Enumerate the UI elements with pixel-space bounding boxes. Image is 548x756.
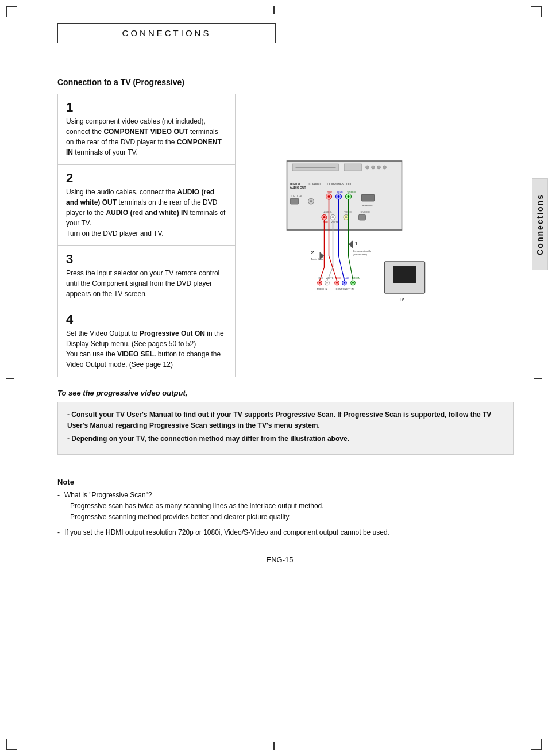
svg-marker-42 [349,240,353,248]
side-tab: Connections [532,178,548,270]
svg-text:COMPONENT OUT: COMPONENT OUT [327,182,353,186]
step-3-number: 3 [66,253,227,266]
svg-text:HDMIOUT: HDMIOUT [362,204,373,207]
page-container: Connections CoNNECTIONS Connection to a … [0,0,548,756]
caution-line-1: - Consult your TV User's Manual to find … [67,409,504,431]
center-mark-right [534,378,542,379]
svg-rect-52 [393,266,416,283]
svg-point-60 [319,282,321,283]
svg-text:GREEN: GREEN [352,277,360,279]
step-3: 3 Press the input selector on your TV re… [58,246,235,306]
svg-point-4 [366,166,369,169]
title-box: CoNNECTIONS [57,23,276,43]
step-2: 2 Using the audio cables, connect the AU… [58,165,235,246]
svg-point-66 [344,282,345,283]
progressive-heading: To see the progressive video output, [57,389,514,397]
svg-text:GREEN: GREEN [348,190,356,193]
svg-text:-AUDIO-: -AUDIO- [323,210,333,213]
connection-diagram: DIGITAL AUDIO OUT COAXIAL COMPONENT OUT … [250,155,508,316]
center-mark-top [273,6,275,14]
step-4-number: 4 [66,313,227,326]
svg-point-5 [372,166,375,169]
corner-mark-bl [6,739,17,750]
caution-line-2: - Depending on your TV, the connection m… [67,433,504,444]
step-1-text: Using component video cables (not includ… [66,116,227,158]
section-heading: Connection to a TV (Progressive) [57,78,514,87]
svg-point-24 [348,195,350,198]
center-mark-bottom [273,742,275,750]
corner-mark-tl [6,6,17,17]
svg-point-6 [377,166,381,169]
svg-text:WHITE: WHITE [326,277,334,279]
svg-text:S-VIDEO: S-VIDEO [361,210,370,213]
caution-box: - Consult your TV User's Manual to find … [57,402,514,455]
svg-point-64 [336,282,338,283]
svg-rect-38 [359,214,366,220]
svg-text:1: 1 [355,241,358,247]
svg-point-37 [345,216,348,218]
note-list: What is "Progressive Scan"? Progressive … [57,490,514,539]
svg-text:VIDEO: VIDEO [345,210,352,213]
svg-rect-13 [291,198,299,204]
corner-mark-tr [531,6,542,17]
step-4: 4 Set the Video Output to Progressive Ou… [58,306,235,377]
svg-text:(not included): (not included) [353,253,368,256]
svg-text:BLUE: BLUE [337,190,344,193]
svg-point-22 [338,195,340,198]
step-2-text: Using the audio cables, connect the AUDI… [66,187,227,239]
svg-text:Component cable: Component cable [353,250,372,252]
page-number: ENG-15 [46,555,514,564]
svg-text:TV: TV [399,297,404,301]
svg-text:WHITE: WHITE [331,221,339,224]
steps-column: 1 Using component video cables (not incl… [57,94,236,377]
svg-text:Audio Cable: Audio Cable [311,258,325,260]
note-section: Note What is "Progressive Scan"? Progres… [57,478,514,539]
step-1-number: 1 [66,101,227,114]
svg-rect-3 [296,167,336,168]
svg-point-31 [323,216,326,218]
progressive-section: To see the progressive video output, - C… [57,389,514,455]
note-item-1: What is "Progressive Scan"? Progressive … [57,490,514,523]
step-2-number: 2 [66,172,227,185]
svg-text:2: 2 [311,250,314,255]
svg-point-20 [328,195,330,198]
step-4-text: Set the Video Output to Progressive Out … [66,328,227,370]
step-1: 1 Using component video cables (not incl… [58,94,235,165]
step-3-text: Press the input selector on your TV remo… [66,268,227,299]
svg-text:RED: RED [327,190,333,193]
svg-text:COMPONENT IN: COMPONENT IN [336,287,354,290]
svg-point-62 [326,282,328,283]
page-title: CoNNECTIONS [70,28,264,38]
svg-text:COAXIAL: COAXIAL [309,182,322,186]
center-mark-left [6,378,14,379]
svg-rect-25 [362,194,375,201]
note-heading: Note [57,478,514,486]
note-item-2: If you set the HDMI output resolution 72… [57,527,514,538]
diagram-column: DIGITAL AUDIO OUT COAXIAL COMPONENT OUT … [244,94,514,377]
svg-text:OPTICAL: OPTICAL [292,195,303,198]
svg-point-7 [383,166,387,169]
content-area: 1 Using component video cables (not incl… [57,94,514,377]
svg-rect-2 [345,164,362,171]
svg-point-33 [332,216,334,218]
svg-point-15 [310,200,312,202]
svg-text:AUDIO IN: AUDIO IN [317,287,327,290]
svg-text:AUDIO OUT: AUDIO OUT [290,186,306,189]
side-tab-label: Connections [535,194,545,255]
svg-point-68 [352,282,354,283]
corner-mark-br [531,739,542,750]
